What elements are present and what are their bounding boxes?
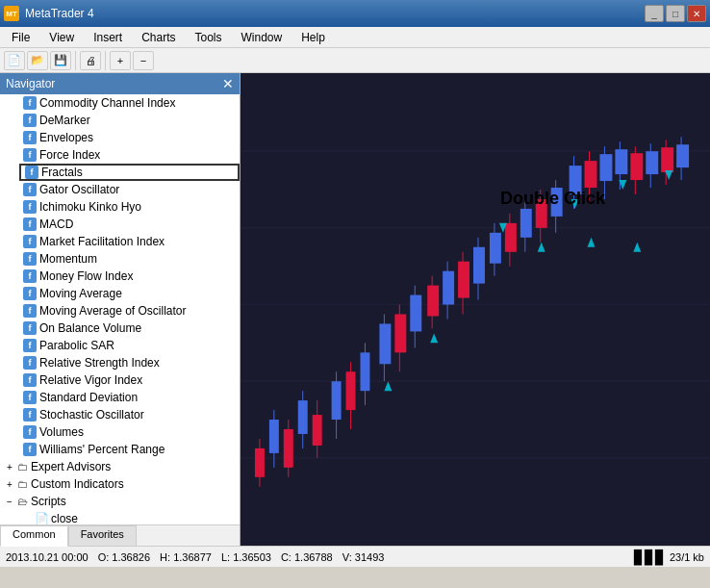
- status-filesize-area: ▊▊▊ 23/1 kb: [634, 550, 704, 565]
- custom-indicators-group[interactable]: + 🗀 Custom Indicators: [0, 475, 240, 493]
- nav-item-volumes[interactable]: f Volumes: [19, 423, 240, 441]
- nav-item-stddev[interactable]: f Standard Deviation: [19, 389, 240, 406]
- menu-tools[interactable]: Tools: [188, 29, 230, 46]
- svg-rect-33: [458, 262, 469, 298]
- expand-icon: +: [4, 478, 15, 490]
- svg-rect-43: [536, 199, 547, 228]
- status-high: H: 1.36877: [160, 551, 212, 563]
- expert-advisors-group[interactable]: + 🗀 Expert Advisors: [0, 458, 240, 475]
- menu-bar: File View Insert Charts Tools Window Hel…: [0, 27, 710, 48]
- candlestick-chart: [241, 73, 710, 546]
- nav-item-momentum[interactable]: f Momentum: [19, 250, 240, 268]
- scripts-list: 📄 close 📄 delete_pending: [0, 510, 240, 524]
- bars-icon: ▊▊▊: [634, 550, 666, 565]
- indicator-icon: f: [23, 217, 37, 231]
- toolbar-zoom-out[interactable]: −: [133, 51, 154, 70]
- scripts-group[interactable]: − 🗁 Scripts: [0, 493, 240, 510]
- main-area: Navigator ✕ f Commodity Channel Index f …: [0, 73, 710, 546]
- menu-file[interactable]: File: [4, 29, 38, 46]
- title-bar: MT MetaTrader 4 _ □ ✕: [0, 0, 710, 27]
- nav-item-obv[interactable]: f On Balance Volume: [19, 320, 240, 337]
- nav-item-ichimoku[interactable]: f Ichimoku Kinko Hyo: [19, 198, 240, 216]
- nav-item-williams[interactable]: f Williams' Percent Range: [19, 441, 240, 458]
- toolbar-zoom-in[interactable]: +: [110, 51, 131, 70]
- svg-rect-49: [585, 161, 597, 188]
- nav-item-rsi[interactable]: f Relative Strength Index: [19, 354, 240, 371]
- nav-item-demarker[interactable]: f DeMarker: [19, 112, 240, 129]
- minimize-button[interactable]: _: [645, 5, 664, 22]
- title-bar-left: MT MetaTrader 4: [4, 6, 94, 21]
- nav-item-gator[interactable]: f Gator Oscillator: [19, 181, 240, 198]
- menu-view[interactable]: View: [41, 29, 82, 46]
- indicator-icon: f: [23, 356, 37, 370]
- indicator-icon: f: [25, 166, 38, 179]
- nav-item-stoch[interactable]: f Stochastic Oscillator: [19, 406, 240, 423]
- expand-icon: −: [4, 496, 15, 507]
- indicator-icon: f: [23, 114, 37, 127]
- menu-window[interactable]: Window: [234, 29, 291, 46]
- nav-item-psar[interactable]: f Parabolic SAR: [19, 337, 240, 354]
- svg-rect-9: [269, 420, 279, 453]
- indicator-icon: f: [23, 235, 37, 248]
- navigator-body: f Commodity Channel Index f DeMarker f E…: [0, 94, 240, 524]
- nav-item-mfi[interactable]: f Market Facilitation Index: [19, 233, 240, 250]
- nav-item-envelopes[interactable]: f Envelopes: [19, 129, 240, 146]
- maximize-button[interactable]: □: [666, 5, 685, 22]
- svg-rect-59: [661, 147, 673, 172]
- close-button[interactable]: ✕: [687, 5, 706, 22]
- indicators-list: f Commodity Channel Index f DeMarker f E…: [0, 94, 240, 458]
- svg-rect-11: [284, 429, 293, 468]
- svg-rect-51: [599, 154, 612, 181]
- svg-rect-47: [570, 166, 582, 194]
- svg-rect-57: [646, 151, 658, 174]
- nav-item-cci[interactable]: f Commodity Channel Index: [19, 94, 240, 112]
- indicator-icon: f: [23, 425, 37, 439]
- toolbar-open[interactable]: 📂: [27, 51, 48, 70]
- navigator-close-button[interactable]: ✕: [222, 76, 234, 91]
- status-close: C: 1.36788: [281, 551, 333, 563]
- toolbar-new[interactable]: 📄: [4, 51, 25, 70]
- svg-rect-35: [473, 247, 485, 284]
- ci-folder-icon: 🗀: [17, 478, 28, 490]
- nav-item-macd[interactable]: f MACD: [19, 216, 240, 233]
- nav-item-rvi[interactable]: f Relative Vigor Index: [19, 371, 240, 389]
- menu-insert[interactable]: Insert: [86, 29, 130, 46]
- script-icon: 📄: [35, 512, 48, 524]
- indicator-icon: f: [23, 183, 37, 196]
- indicator-icon: f: [23, 443, 37, 456]
- status-low: L: 1.36503: [221, 551, 271, 563]
- tab-common[interactable]: Common: [0, 525, 68, 547]
- tab-favorites[interactable]: Favorites: [68, 525, 137, 546]
- title-bar-title: MetaTrader 4: [25, 7, 94, 20]
- menu-charts[interactable]: Charts: [134, 29, 183, 46]
- title-bar-controls[interactable]: _ □ ✕: [645, 5, 706, 22]
- svg-rect-25: [394, 314, 406, 352]
- nav-item-mao[interactable]: f Moving Average of Oscillator: [19, 302, 240, 320]
- nav-item-ma[interactable]: f Moving Average: [19, 285, 240, 302]
- menu-help[interactable]: Help: [293, 29, 333, 46]
- svg-rect-27: [410, 295, 421, 332]
- indicator-icon: f: [23, 200, 37, 214]
- nav-item-force[interactable]: f Force Index: [19, 146, 240, 164]
- toolbar: 📄 📂 💾 🖨 + −: [0, 48, 710, 73]
- toolbar-save[interactable]: 💾: [50, 51, 71, 70]
- toolbar-print[interactable]: 🖨: [80, 51, 101, 70]
- indicator-icon: f: [23, 339, 37, 352]
- nav-item-fractals[interactable]: f Fractals: [19, 164, 240, 181]
- indicator-icon: f: [23, 252, 37, 266]
- script-close[interactable]: 📄 close: [31, 510, 240, 524]
- svg-rect-31: [443, 271, 454, 305]
- svg-rect-37: [490, 233, 501, 264]
- ea-folder-icon: 🗀: [17, 461, 28, 473]
- svg-rect-45: [551, 188, 563, 217]
- indicator-icon: f: [23, 408, 37, 422]
- status-filesize: 23/1 kb: [670, 551, 704, 563]
- status-open: O: 1.36826: [98, 551, 150, 563]
- svg-rect-21: [360, 352, 369, 391]
- indicator-icon: f: [23, 269, 37, 283]
- nav-item-money-flow[interactable]: f Money Flow Index: [19, 268, 240, 285]
- indicator-icon: f: [23, 373, 37, 387]
- chart-area[interactable]: Double Click: [241, 73, 710, 546]
- indicator-icon: f: [23, 304, 37, 318]
- svg-rect-29: [427, 286, 439, 317]
